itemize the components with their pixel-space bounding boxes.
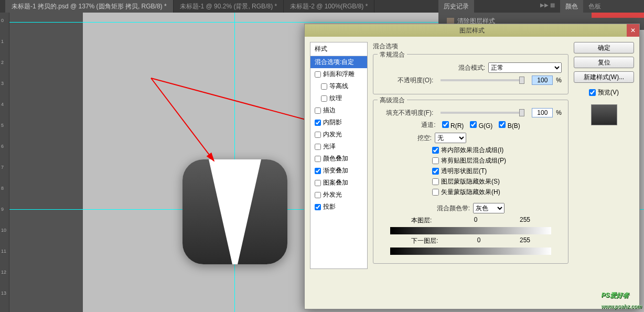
ruler-tick: 2: [1, 60, 4, 65]
rounded-rect-shape[interactable]: [183, 159, 287, 264]
blend-mode-label: 混合模式:: [458, 63, 485, 72]
style-item-2[interactable]: 等高线: [310, 80, 367, 92]
fill-opacity-label: 填充不透明度(F):: [386, 109, 434, 117]
style-checkbox[interactable]: [315, 156, 321, 162]
opacity-slider[interactable]: [441, 79, 524, 81]
style-item-12[interactable]: 投影: [310, 201, 367, 213]
style-item-7[interactable]: 光泽: [310, 141, 367, 153]
adv-checkbox[interactable]: [432, 178, 439, 185]
adv-check-3[interactable]: 图层蒙版隐藏效果(S): [380, 177, 562, 186]
range-high: 255: [520, 216, 530, 225]
style-checkbox[interactable]: [315, 180, 321, 186]
adv-checkbox[interactable]: [432, 168, 439, 175]
advanced-blending-group: 高级混合 填充不透明度(F): % 通道: R(R) G(G) B(B) 挖空:…: [373, 100, 568, 264]
style-checkbox[interactable]: [315, 120, 321, 126]
style-item-4[interactable]: 描边: [310, 104, 367, 116]
watermark: PS爱好者 www.psahz.com: [602, 289, 642, 311]
this-layer-gradient[interactable]: [390, 227, 551, 234]
style-item-3[interactable]: 纹理: [310, 92, 367, 104]
ok-button[interactable]: 确定: [574, 42, 634, 53]
color-tab[interactable]: 颜色: [560, 0, 583, 13]
underlying-gradient[interactable]: [390, 248, 551, 255]
cancel-button[interactable]: 复位: [574, 57, 634, 68]
opacity-input[interactable]: [532, 76, 553, 85]
adv-checkbox[interactable]: [432, 189, 439, 196]
swatches-tab[interactable]: 色板: [583, 0, 606, 13]
style-item-1[interactable]: 斜面和浮雕: [310, 68, 367, 80]
white-wedge-shape: [209, 159, 261, 264]
ruler-tick: 11: [1, 249, 6, 254]
underlying-label: 下一图层:: [411, 236, 438, 245]
adv-check-label: 透明形状图层(T): [441, 167, 487, 176]
close-button[interactable]: ✕: [627, 24, 639, 37]
styles-header: 样式: [310, 42, 367, 56]
ruler-tick: 12: [1, 270, 6, 275]
color-panel: 颜色 色板: [560, 0, 644, 13]
panel-expand-icon[interactable]: ▶▶ ▦: [540, 2, 555, 8]
style-checkbox[interactable]: [315, 132, 321, 138]
history-tab[interactable]: 历史记录: [438, 0, 474, 13]
ruler-tick: 7: [1, 165, 4, 170]
style-label: 图案叠加: [323, 178, 348, 187]
dialog-buttons: 确定 复位 新建样式(W)... 预览(V): [574, 42, 634, 269]
adv-checkbox[interactable]: [432, 157, 439, 164]
color-swatch[interactable]: [592, 13, 644, 18]
style-checkbox[interactable]: [315, 71, 321, 78]
fill-opacity-slider[interactable]: [441, 112, 524, 114]
doc-tab-2[interactable]: 未标题-1 @ 90.2% (背景, RGB/8) *: [174, 0, 284, 13]
preview-checkbox[interactable]: [589, 89, 596, 96]
style-checkbox[interactable]: [315, 204, 321, 210]
blending-options-panel: 混合选项 常规混合 混合模式: 正常 不透明度(O): % 高级混合: [373, 42, 568, 269]
range-low-2: 0: [477, 236, 481, 245]
style-checkbox[interactable]: [321, 95, 327, 102]
fill-opacity-input[interactable]: [532, 108, 553, 117]
percent-label-2: %: [556, 109, 562, 116]
dialog-titlebar[interactable]: 图层样式 ✕: [305, 24, 639, 37]
style-item-10[interactable]: 图案叠加: [310, 177, 367, 189]
adv-check-label: 将内部效果混合成组(I): [441, 146, 503, 155]
blend-if-select[interactable]: 灰色: [473, 203, 505, 213]
style-label: 颜色叠加: [323, 154, 348, 163]
style-item-0[interactable]: 混合选项:自定: [310, 56, 367, 68]
adv-checkbox[interactable]: [432, 147, 439, 154]
adv-check-label: 矢量蒙版隐藏效果(H): [441, 188, 500, 197]
style-label: 纹理: [329, 94, 342, 103]
style-checkbox[interactable]: [315, 168, 321, 174]
style-item-9[interactable]: 渐变叠加: [310, 165, 367, 177]
adv-check-1[interactable]: 将剪贴图层混合成组(P): [380, 156, 562, 165]
adv-check-2[interactable]: 透明形状图层(T): [380, 167, 562, 176]
channel-b[interactable]: B(B): [499, 121, 520, 130]
preview-label: 预览(V): [598, 88, 619, 97]
style-label: 内发光: [323, 130, 342, 139]
styles-list: 样式 混合选项:自定斜面和浮雕等高线纹理描边内阴影内发光光泽颜色叠加渐变叠加图案…: [310, 42, 368, 269]
style-item-8[interactable]: 颜色叠加: [310, 153, 367, 165]
knockout-select[interactable]: 无: [435, 133, 466, 143]
ruler-tick: 10: [1, 228, 6, 233]
blend-mode-select[interactable]: 正常: [488, 62, 562, 73]
style-label: 描边: [323, 106, 336, 115]
style-item-5[interactable]: 内阴影: [310, 116, 367, 128]
adv-check-4[interactable]: 矢量蒙版隐藏效果(H): [380, 188, 562, 197]
doc-tab-1[interactable]: 未标题-1 拷贝的.psd @ 137% (圆角矩形 拷贝, RGB/8) *: [5, 0, 174, 13]
channels-label: 通道:: [421, 121, 435, 130]
style-checkbox[interactable]: [315, 144, 321, 150]
style-checkbox[interactable]: [315, 107, 321, 114]
style-item-11[interactable]: 外发光: [310, 189, 367, 201]
style-label: 混合选项:自定: [315, 58, 354, 67]
range-high-2: 255: [520, 236, 530, 245]
style-label: 内阴影: [323, 118, 342, 127]
opacity-label: 不透明度(O):: [398, 76, 434, 85]
doc-tab-3[interactable]: 未标题-2 @ 100%(RGB/8) *: [284, 0, 374, 13]
style-checkbox[interactable]: [315, 192, 321, 198]
ruler-tick: 1: [1, 39, 4, 44]
channel-r[interactable]: R(R): [442, 121, 464, 130]
general-blend-label: 常规混合: [378, 50, 407, 59]
style-item-6[interactable]: 内发光: [310, 128, 367, 141]
ruler-tick: 13: [1, 291, 6, 296]
blend-options-title: 混合选项: [373, 42, 568, 51]
ruler-tick: 3: [1, 81, 4, 86]
new-style-button[interactable]: 新建样式(W)...: [574, 71, 634, 83]
adv-check-0[interactable]: 将内部效果混合成组(I): [380, 146, 562, 155]
style-checkbox[interactable]: [321, 83, 327, 90]
channel-g[interactable]: G(G): [470, 121, 492, 130]
